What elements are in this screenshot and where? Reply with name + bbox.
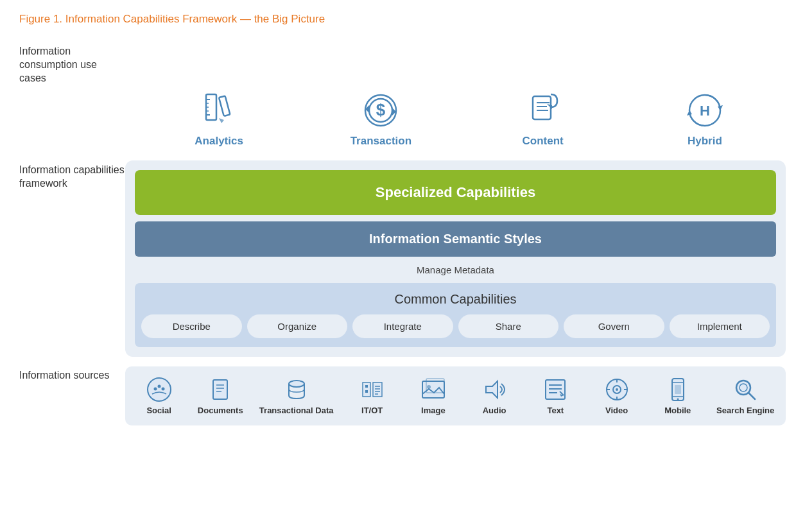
video-label: Video <box>605 406 628 416</box>
metadata-row: Manage Metadata <box>135 263 776 277</box>
mobile-label: Mobile <box>664 406 691 416</box>
cap-share: Share <box>458 314 559 338</box>
svg-point-21 <box>148 378 171 401</box>
cap-integrate: Integrate <box>352 314 453 338</box>
svg-text:H: H <box>700 103 710 119</box>
source-image: Image <box>411 376 456 416</box>
svg-rect-6 <box>219 96 230 116</box>
itot-label: IT/OT <box>361 406 383 416</box>
svg-point-29 <box>289 381 304 387</box>
svg-point-58 <box>677 399 679 400</box>
social-label: Social <box>146 406 171 416</box>
svg-marker-19 <box>718 105 723 110</box>
semantic-bar: Information Semantic Styles <box>135 221 776 257</box>
source-text: Text <box>533 376 578 416</box>
text-label: Text <box>547 406 564 416</box>
svg-rect-31 <box>365 385 368 388</box>
svg-point-50 <box>616 388 618 391</box>
svg-line-61 <box>749 393 755 399</box>
analytics-label: Analytics <box>195 135 243 148</box>
svg-text:$: $ <box>376 100 386 119</box>
source-itot: IT/OT <box>350 376 395 416</box>
audio-label: Audio <box>483 406 506 416</box>
source-audio: Audio <box>472 376 517 416</box>
svg-point-23 <box>157 385 160 388</box>
framework-box: Specialized Capabilities Information Sem… <box>125 160 786 357</box>
label-use-cases: Information consumption use cases <box>19 39 125 151</box>
common-cap-items: Describe Organize Integrate Share Govern… <box>141 314 770 338</box>
cap-organize: Organize <box>247 314 348 338</box>
cap-govern: Govern <box>564 314 664 338</box>
documents-label: Documents <box>198 406 243 416</box>
common-cap-title: Common Capabilities <box>141 292 770 307</box>
use-case-analytics: Analytics <box>171 91 267 148</box>
source-mobile: Mobile <box>655 376 700 416</box>
source-video: Video <box>594 376 639 416</box>
cap-implement: Implement <box>670 314 770 338</box>
svg-point-24 <box>161 388 164 391</box>
search-label: Search Engine <box>716 406 774 416</box>
source-transactional: Transactional Data <box>259 376 334 416</box>
svg-rect-32 <box>365 390 368 393</box>
svg-marker-41 <box>486 381 498 398</box>
transaction-label: Transaction <box>351 135 411 148</box>
cap-describe: Describe <box>141 314 242 338</box>
svg-rect-25 <box>213 380 227 399</box>
use-case-hybrid: H Hybrid <box>657 91 753 148</box>
source-social: Social <box>137 376 182 416</box>
svg-marker-20 <box>687 110 692 116</box>
sources-box: Social Documents Transactio <box>125 366 786 425</box>
transactional-label: Transactional Data <box>259 406 334 416</box>
svg-point-22 <box>153 388 157 391</box>
svg-rect-12 <box>533 96 551 119</box>
source-documents: Documents <box>198 376 243 416</box>
svg-marker-7 <box>219 118 224 123</box>
svg-rect-59 <box>675 385 681 394</box>
common-capabilities-section: Common Capabilities Describe Organize In… <box>135 283 776 347</box>
use-case-content: Content <box>495 91 591 148</box>
source-search: Search Engine <box>716 376 774 416</box>
image-label: Image <box>421 406 446 416</box>
label-framework: Information capabilities framework <box>19 151 125 356</box>
use-cases-row: Analytics $ Transaction <box>125 39 786 151</box>
content-label: Content <box>523 135 564 148</box>
figure-title: Figure 1. Information Capabilities Frame… <box>19 13 786 26</box>
label-sources: Information sources <box>19 356 125 462</box>
svg-rect-30 <box>363 382 370 397</box>
hybrid-label: Hybrid <box>688 135 722 148</box>
use-case-transaction: $ Transaction <box>333 91 429 148</box>
specialized-bar: Specialized Capabilities <box>135 170 776 215</box>
